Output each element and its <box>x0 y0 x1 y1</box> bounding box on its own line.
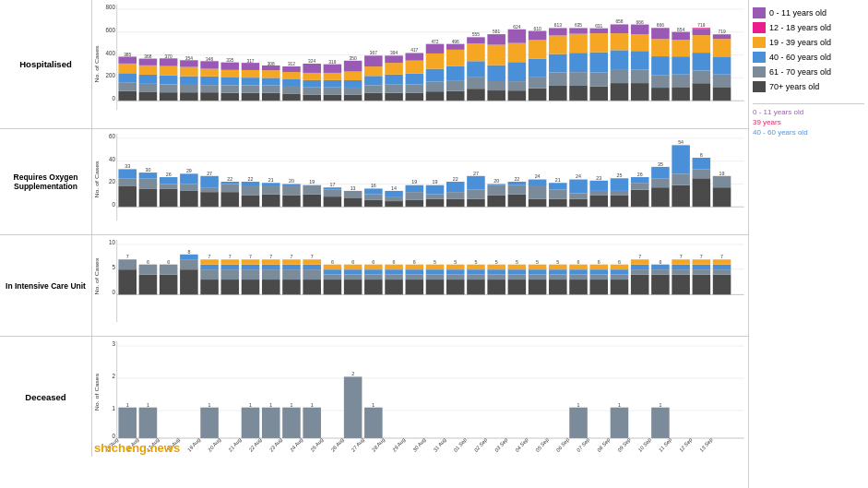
svg-text:8: 8 <box>187 249 190 255</box>
svg-rect-357 <box>242 280 260 294</box>
svg-text:12 Sep: 12 Sep <box>678 436 693 453</box>
svg-rect-104 <box>426 69 445 82</box>
legend-color-0 <box>753 7 766 18</box>
svg-rect-25 <box>160 84 178 92</box>
svg-text:6: 6 <box>618 258 621 264</box>
svg-rect-321 <box>713 176 731 187</box>
svg-rect-300 <box>611 196 629 207</box>
svg-rect-443 <box>589 275 608 280</box>
svg-rect-345 <box>180 255 198 260</box>
svg-rect-27 <box>160 66 178 76</box>
svg-rect-191 <box>713 34 731 39</box>
svg-rect-69 <box>303 73 321 80</box>
svg-text:370: 370 <box>165 53 172 58</box>
svg-rect-163 <box>631 69 649 83</box>
svg-rect-272 <box>467 199 485 208</box>
svg-text:1: 1 <box>290 401 292 407</box>
svg-rect-349 <box>200 265 219 269</box>
legend-label-4: 61 - 70 years old <box>769 67 831 77</box>
svg-rect-142 <box>549 28 567 35</box>
svg-rect-387 <box>364 280 383 294</box>
svg-text:0: 0 <box>112 289 115 295</box>
svg-rect-72 <box>324 95 342 101</box>
svg-text:24: 24 <box>535 173 541 179</box>
svg-text:25: 25 <box>617 173 623 178</box>
svg-rect-151 <box>589 73 608 87</box>
svg-rect-234 <box>262 183 280 186</box>
svg-rect-333 <box>118 269 137 294</box>
legend-item-5: 70+ years old <box>753 81 864 92</box>
svg-rect-340 <box>160 275 178 295</box>
svg-rect-455 <box>631 259 649 264</box>
svg-rect-428 <box>529 275 547 280</box>
svg-text:27 Aug: 27 Aug <box>351 436 365 453</box>
svg-rect-116 <box>467 61 485 77</box>
svg-rect-254 <box>364 188 383 194</box>
svg-rect-45 <box>221 70 240 77</box>
svg-text:1: 1 <box>112 405 115 411</box>
svg-rect-30 <box>180 92 198 101</box>
svg-rect-394 <box>385 269 403 274</box>
svg-rect-471 <box>713 275 731 295</box>
svg-rect-144 <box>569 86 588 101</box>
svg-rect-139 <box>549 73 567 86</box>
svg-text:666: 666 <box>636 18 644 24</box>
svg-text:29 Aug: 29 Aug <box>391 436 406 453</box>
svg-rect-210 <box>139 173 158 178</box>
svg-text:800: 800 <box>106 4 116 10</box>
svg-rect-206 <box>118 169 137 178</box>
svg-rect-102 <box>426 91 445 101</box>
svg-rect-362 <box>262 280 280 294</box>
svg-rect-334 <box>118 259 137 269</box>
svg-rect-226 <box>221 182 240 184</box>
svg-rect-162 <box>631 83 649 101</box>
svg-rect-444 <box>589 269 608 274</box>
svg-rect-147 <box>569 34 588 54</box>
svg-rect-284 <box>529 199 547 208</box>
svg-rect-432 <box>549 280 567 294</box>
legend-label-0: 0 - 11 years old <box>769 8 826 18</box>
svg-rect-134 <box>529 59 547 77</box>
svg-rect-129 <box>508 43 527 63</box>
svg-rect-13 <box>118 83 137 91</box>
svg-text:5: 5 <box>474 258 477 264</box>
svg-rect-64 <box>282 66 301 72</box>
svg-text:07 Sep: 07 Sep <box>576 436 590 453</box>
svg-rect-367 <box>282 280 301 294</box>
svg-text:555: 555 <box>472 31 480 37</box>
svg-rect-269 <box>446 192 465 198</box>
svg-text:7: 7 <box>269 254 272 259</box>
svg-rect-124 <box>487 34 505 44</box>
svg-text:6: 6 <box>372 258 375 264</box>
svg-text:22: 22 <box>514 175 519 181</box>
svg-text:22 Aug: 22 Aug <box>248 436 263 453</box>
svg-text:417: 417 <box>410 47 418 53</box>
svg-text:635: 635 <box>575 22 582 28</box>
svg-rect-499 <box>303 408 321 438</box>
svg-rect-423 <box>508 275 527 280</box>
svg-rect-46 <box>221 63 240 70</box>
svg-text:719: 719 <box>718 29 725 34</box>
svg-rect-122 <box>487 65 505 81</box>
svg-text:19 Aug: 19 Aug <box>186 436 201 453</box>
svg-rect-280 <box>508 195 527 208</box>
svg-rect-96 <box>406 93 424 101</box>
svg-rect-208 <box>139 188 158 207</box>
svg-rect-138 <box>549 86 567 101</box>
svg-text:6: 6 <box>393 258 396 264</box>
svg-rect-397 <box>406 280 424 294</box>
svg-rect-189 <box>713 56 731 74</box>
svg-text:26 Aug: 26 Aug <box>330 436 345 453</box>
svg-rect-405 <box>426 265 445 269</box>
svg-rect-507 <box>611 408 629 438</box>
svg-rect-216 <box>180 191 198 207</box>
svg-rect-63 <box>282 72 301 79</box>
svg-rect-79 <box>344 88 363 95</box>
svg-text:1: 1 <box>208 401 211 407</box>
svg-rect-145 <box>569 72 588 86</box>
svg-rect-430 <box>529 265 547 269</box>
svg-rect-20 <box>139 75 158 84</box>
svg-rect-109 <box>446 80 465 91</box>
svg-rect-37 <box>200 85 219 92</box>
svg-rect-503 <box>364 408 383 438</box>
